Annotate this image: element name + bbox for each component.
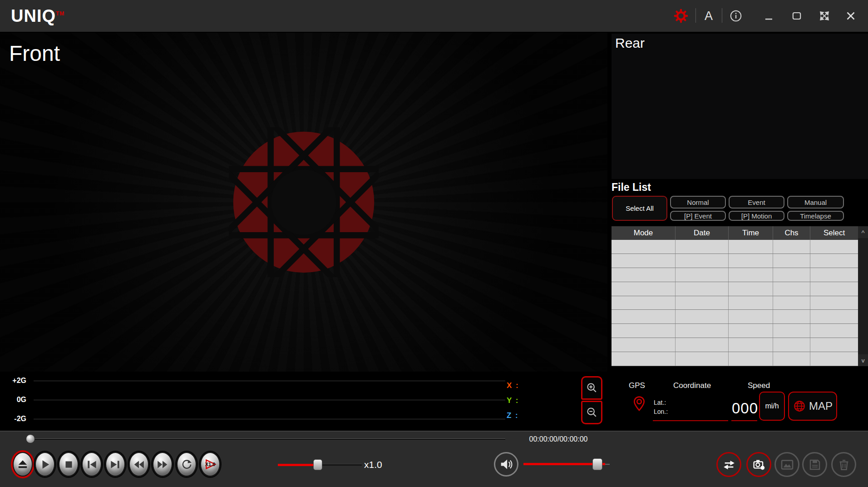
stop-button[interactable]	[59, 452, 79, 477]
zoom-in-icon	[586, 382, 598, 394]
gear-icon	[674, 9, 688, 23]
mute-button[interactable]	[494, 452, 518, 477]
file-table-body	[612, 240, 858, 366]
filter-event-button[interactable]: Event	[729, 196, 784, 209]
maximize-button[interactable]	[789, 8, 805, 24]
play-button[interactable]	[35, 452, 55, 477]
gsensor-scale-plus2g: +2G	[0, 377, 26, 385]
table-row[interactable]	[612, 240, 858, 254]
column-header-date[interactable]: Date	[676, 226, 729, 240]
column-header-select[interactable]: Select	[810, 226, 858, 240]
gsensor-axis-z-label: Z :	[507, 411, 519, 420]
table-cell	[773, 310, 810, 323]
table-cell	[612, 338, 676, 352]
graph-zoom-in-button[interactable]	[581, 376, 602, 400]
font-tool-button[interactable]: A	[700, 8, 717, 24]
delete-button[interactable]	[831, 452, 856, 477]
eject-button[interactable]	[13, 452, 33, 477]
column-header-mode[interactable]: Mode	[612, 226, 676, 240]
table-row[interactable]	[612, 254, 858, 268]
coordinate-label: Coordinate	[673, 381, 711, 390]
file-table-scrollbar[interactable]: ^ v	[858, 226, 868, 366]
table-cell	[810, 254, 858, 268]
filter-p-motion-button[interactable]: [P] Motion	[729, 211, 784, 221]
file-table-header: Mode Date Time Chs Select	[612, 226, 858, 240]
speed-unit-button[interactable]: mi/h	[759, 392, 785, 421]
rear-video-panel[interactable]: Rear	[612, 34, 868, 179]
app-window: UNIQTM A	[0, 0, 868, 487]
table-row[interactable]	[612, 296, 858, 310]
zoom-out-icon	[586, 406, 598, 419]
play-icon	[39, 458, 51, 470]
table-row[interactable]	[612, 352, 858, 366]
info-button[interactable]	[728, 8, 744, 24]
speed-slider-thumb[interactable]	[313, 459, 322, 470]
table-cell	[773, 324, 810, 338]
volume-slider-thumb[interactable]	[592, 458, 602, 470]
filter-timelapse-button[interactable]: Timelapse	[787, 211, 844, 221]
table-row[interactable]	[612, 324, 858, 338]
snapshot-button[interactable]	[774, 452, 799, 477]
table-cell	[676, 338, 729, 352]
table-row[interactable]	[612, 338, 858, 352]
table-row[interactable]	[612, 310, 858, 324]
fast-forward-button[interactable]	[153, 452, 173, 477]
table-cell	[676, 324, 729, 338]
table-cell	[773, 282, 810, 296]
play-speed-button[interactable]: X1.0	[200, 452, 220, 477]
front-video-panel[interactable]: Front	[0, 33, 607, 372]
rewind-button[interactable]	[129, 452, 149, 477]
map-button[interactable]: MAP	[788, 392, 837, 421]
table-cell	[810, 296, 858, 310]
table-cell	[729, 338, 773, 352]
file-list-title: File List	[612, 181, 651, 194]
next-file-button[interactable]	[105, 452, 125, 477]
graph-zoom-out-button[interactable]	[581, 401, 602, 424]
minimize-button[interactable]	[761, 8, 777, 24]
close-button[interactable]	[843, 8, 859, 24]
table-row[interactable]	[612, 282, 858, 296]
save-button[interactable]	[802, 452, 827, 477]
table-cell	[612, 254, 676, 268]
table-cell	[810, 282, 858, 296]
gps-label: GPS	[629, 381, 645, 390]
save-icon	[808, 458, 822, 472]
table-cell	[612, 324, 676, 338]
previous-file-button[interactable]	[82, 452, 102, 477]
gsensor-scale-minus2g: -2G	[0, 415, 26, 423]
column-header-chs[interactable]: Chs	[773, 226, 810, 240]
scroll-up-icon[interactable]: ^	[858, 226, 868, 238]
timeline-track[interactable]	[34, 438, 505, 440]
file-table: Mode Date Time Chs Select	[612, 226, 858, 366]
filter-manual-button[interactable]: Manual	[787, 196, 844, 209]
filter-p-event-button[interactable]: [P] Event	[670, 211, 726, 221]
table-cell	[810, 240, 858, 253]
swap-cameras-button[interactable]	[716, 452, 741, 477]
skip-back-icon	[86, 458, 98, 470]
eject-icon	[17, 458, 29, 470]
capture-settings-button[interactable]	[746, 452, 771, 477]
latitude-label: Lat.:	[654, 398, 668, 407]
globe-icon	[793, 399, 806, 413]
table-cell	[676, 310, 729, 323]
column-header-time[interactable]: Time	[729, 226, 773, 240]
gsensor-gridline	[34, 419, 505, 419]
table-row[interactable]	[612, 268, 858, 282]
fullscreen-button[interactable]	[816, 8, 833, 24]
speaker-icon	[498, 457, 514, 472]
gsensor-gridline	[34, 381, 505, 381]
time-display: 00:00:00/00:00:00	[522, 435, 595, 443]
settings-button[interactable]	[673, 8, 689, 24]
filter-normal-button[interactable]: Normal	[670, 196, 726, 209]
repeat-button[interactable]	[177, 452, 197, 477]
speed-label: Speed	[748, 381, 770, 390]
skip-forward-icon	[109, 458, 121, 470]
table-cell	[773, 338, 810, 352]
rear-camera-label: Rear	[615, 35, 645, 51]
scroll-down-icon[interactable]: v	[858, 354, 868, 366]
timeline-thumb[interactable]	[26, 434, 35, 443]
maximize-icon	[790, 10, 803, 22]
table-cell	[810, 268, 858, 282]
select-all-button[interactable]: Select All	[612, 196, 667, 221]
table-cell	[676, 282, 729, 296]
